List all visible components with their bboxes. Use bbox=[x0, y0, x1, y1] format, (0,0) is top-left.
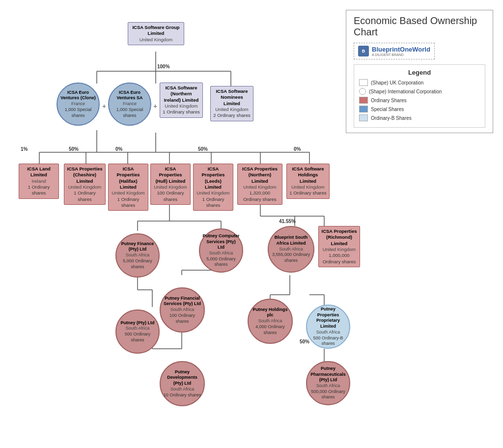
legend-label-special: Special Shares bbox=[371, 107, 404, 112]
root-node-box: ICSA Software Group Limited United Kingd… bbox=[128, 22, 184, 45]
pct-41: 41.55% bbox=[279, 219, 296, 224]
n4-node: ICSA Software Nominees Limited United Ki… bbox=[210, 86, 253, 121]
n12-country: South Africa bbox=[202, 251, 240, 256]
legend-item-intl: (Shape) International Corporation bbox=[359, 88, 480, 95]
n21-inner: Putney Pharmaceuticals (Pty) Ltd South A… bbox=[307, 364, 349, 403]
n18-shares: 1,000,000 Ordinary shares bbox=[321, 252, 357, 265]
n5-shares: 1 Ordinary shares bbox=[22, 184, 56, 196]
n9-box: ICSA Properties (Leeds) Limited United K… bbox=[193, 164, 233, 211]
logo-name: BlueprintOneWorld bbox=[372, 46, 430, 53]
n16-shares: 10 Ordinary shares bbox=[163, 392, 201, 398]
n15-shares: 500 Ordinary shares bbox=[119, 332, 156, 343]
legend-item-special: Special Shares bbox=[359, 106, 480, 112]
n16-name: Putney Developments (Pty) Ltd bbox=[163, 369, 201, 387]
logo-icon: B bbox=[358, 46, 369, 56]
n13-inner: Putney Finance (Pty) Ltd South Africa 5,… bbox=[116, 239, 159, 272]
n13-name: Putney Finance (Pty) Ltd bbox=[119, 241, 156, 252]
n8-country: United Kingdom bbox=[153, 184, 188, 190]
n4-shares: 2 Ordinary shares bbox=[213, 112, 251, 118]
n15-country: South Africa bbox=[119, 326, 156, 332]
n15-name: Putney (Pty) Ltd bbox=[119, 320, 156, 326]
n5-node: ICSA Land Limited Ireland 1 Ordinary sha… bbox=[19, 164, 59, 199]
n6-box: ICSA Properties (Cheshire) Limited Unite… bbox=[64, 164, 106, 205]
n19-inner: Putney Holdings plc South Africa 4,000 O… bbox=[249, 305, 292, 338]
n2-shares: 1,000 Special shares bbox=[112, 107, 148, 118]
n14-node: Putney Financial Services (Pty) Ltd Sout… bbox=[160, 287, 205, 333]
n16-country: South Africa bbox=[163, 387, 201, 392]
n4-box: ICSA Software Nominees Limited United Ki… bbox=[210, 86, 253, 121]
pct-0a: 0% bbox=[115, 146, 122, 152]
n6-shares: 1 Ordinary shares bbox=[67, 190, 103, 202]
n11-box: ICSA Software Holdings Limited United Ki… bbox=[286, 164, 330, 199]
plus-1: + bbox=[102, 102, 106, 110]
n8-shares: 100 Ordinary shares bbox=[153, 190, 188, 202]
n1-inner: ICSA Euro Ventures (Clone) France 1,000 … bbox=[57, 87, 99, 121]
n8-box: ICSA Properties (Hull) Limited United Ki… bbox=[150, 164, 191, 205]
pct-1: 1% bbox=[21, 146, 28, 152]
n7-node: ICSA Properties (Halifax) Limited United… bbox=[108, 164, 148, 211]
n14-name: Putney Financial Services (Pty) Ltd bbox=[163, 296, 201, 307]
n21-name: Putney Pharmaceuticals (Pty) Ltd bbox=[309, 366, 347, 383]
legend-label-ordinary: Ordinary Shares bbox=[371, 98, 407, 103]
n9-name: ICSA Properties (Leeds) Limited bbox=[196, 166, 230, 190]
n6-name: ICSA Properties (Cheshire) Limited bbox=[67, 166, 103, 184]
n9-shares: 1 Ordinary shares bbox=[196, 196, 230, 209]
n1-country: France bbox=[60, 101, 96, 107]
n5-box: ICSA Land Limited Ireland 1 Ordinary sha… bbox=[19, 164, 59, 199]
n21-shares: 500,000 Ordinary shares bbox=[309, 389, 347, 400]
n4-name: ICSA Software Nominees Limited bbox=[213, 88, 251, 107]
n19-node: Putney Holdings plc South Africa 4,000 O… bbox=[248, 299, 293, 344]
n18-box: ICSA Properties (Richmond) Limited Unite… bbox=[318, 226, 360, 267]
n19-name: Putney Holdings plc bbox=[251, 307, 289, 318]
n12-inner: Putney Computer Services (Pty) Ltd South… bbox=[200, 231, 242, 270]
n20-inner: Putney Properties Proprietary Limited So… bbox=[307, 304, 349, 349]
logo-text-group: BlueprintOneWorld A DILIGENT BRAND bbox=[372, 46, 430, 56]
n20-country: South Africa bbox=[309, 330, 347, 336]
legend-item-uk: (Shape) UK Corporation bbox=[359, 79, 480, 86]
n18-name: ICSA Properties (Richmond) Limited bbox=[321, 228, 357, 247]
n17-node: Blueprint South Africa Limited South Afr… bbox=[268, 226, 314, 273]
n10-box: ICSA Properties (Northern) Limited Unite… bbox=[237, 164, 282, 205]
n2-box: ICSA Euro Ventures SA France 1,000 Speci… bbox=[108, 83, 151, 126]
legend-box: Legend (Shape) UK Corporation (Shape) In… bbox=[354, 64, 485, 128]
n14-inner: Putney Financial Services (Pty) Ltd Sout… bbox=[161, 293, 204, 327]
legend-title: Legend bbox=[359, 69, 480, 76]
n12-name: Putney Computer Services (Pty) Ltd bbox=[202, 233, 240, 251]
legend-swatch-ordinary bbox=[359, 97, 368, 104]
n11-country: United Kingdom bbox=[289, 184, 327, 190]
n20-name: Putney Properties Proprietary Limited bbox=[309, 307, 347, 330]
n3-box: ICSA Software (Northern Ireland) Limited… bbox=[160, 83, 203, 118]
legend-swatch-ordinaryb bbox=[359, 114, 368, 121]
n18-country: United Kingdom bbox=[321, 247, 357, 252]
logo-tagline: A DILIGENT BRAND bbox=[372, 53, 430, 56]
n1-node: ICSA Euro Ventures (Clone) France 1,000 … bbox=[56, 83, 100, 126]
n16-node: Putney Developments (Pty) Ltd South Afri… bbox=[160, 361, 205, 406]
n14-box: Putney Financial Services (Pty) Ltd Sout… bbox=[160, 287, 205, 333]
n19-shares: 4,000 Ordinary shares bbox=[251, 324, 289, 336]
n15-box: Putney (Pty) Ltd South Africa 500 Ordina… bbox=[115, 309, 160, 354]
n1-name: ICSA Euro Ventures (Clone) bbox=[60, 90, 96, 101]
n17-inner: Blueprint South Africa Limited South Afr… bbox=[269, 232, 313, 266]
pct-100: 100% bbox=[157, 64, 170, 69]
n2-inner: ICSA Euro Ventures SA France 1,000 Speci… bbox=[109, 87, 150, 121]
n21-box: Putney Pharmaceuticals (Pty) Ltd South A… bbox=[306, 361, 350, 405]
n7-country: United Kingdom bbox=[111, 190, 145, 196]
n16-box: Putney Developments (Pty) Ltd South Afri… bbox=[160, 361, 205, 406]
n20-shares: 500 Ordinary-B shares bbox=[309, 336, 347, 347]
n2-country: France bbox=[112, 101, 148, 107]
n6-node: ICSA Properties (Cheshire) Limited Unite… bbox=[64, 164, 106, 205]
n2-name: ICSA Euro Ventures SA bbox=[112, 90, 148, 101]
n10-node: ICSA Properties (Northern) Limited Unite… bbox=[237, 164, 282, 205]
n7-shares: 1 Ordinary shares bbox=[111, 196, 145, 209]
chart-title: Economic Based Ownership Chart bbox=[354, 15, 485, 38]
n13-node: Putney Finance (Pty) Ltd South Africa 5,… bbox=[115, 233, 160, 278]
n19-box: Putney Holdings plc South Africa 4,000 O… bbox=[248, 299, 293, 344]
legend-label-ordinaryb: Ordinary-B Shares bbox=[371, 115, 412, 121]
n2-node: ICSA Euro Ventures SA France 1,000 Speci… bbox=[108, 83, 151, 126]
n14-country: South Africa bbox=[163, 307, 201, 313]
root-country: United Kingdom bbox=[131, 37, 181, 43]
legend-item-ordinary: Ordinary Shares bbox=[359, 97, 480, 104]
pct-50a: 50% bbox=[69, 146, 79, 152]
n12-shares: 5,000 Ordinary shares bbox=[202, 256, 240, 268]
n10-country: United Kingdom bbox=[240, 184, 279, 190]
